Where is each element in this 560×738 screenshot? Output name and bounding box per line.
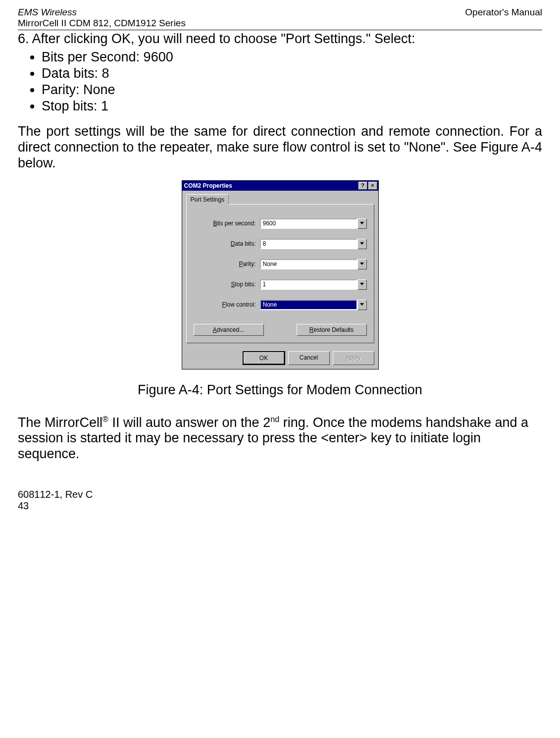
chevron-down-icon[interactable]	[357, 239, 367, 249]
svg-marker-2	[360, 263, 364, 265]
dialog-title: COM2 Properties	[184, 182, 357, 189]
paragraph-port-settings: The port settings will be the same for d…	[18, 124, 542, 171]
help-button[interactable]: ?	[358, 182, 367, 190]
chevron-down-icon[interactable]	[357, 300, 367, 310]
step-6-text: After clicking OK, you will need to choo…	[32, 31, 415, 46]
restore-defaults-button[interactable]: Restore Defaults	[297, 324, 367, 336]
svg-marker-0	[360, 222, 364, 224]
cancel-button[interactable]: Cancel	[288, 351, 330, 365]
label-stop-bits: Stop bits:	[194, 281, 260, 288]
bullet-bps: Bits per Second: 9600	[42, 50, 542, 65]
label-bits-per-second: Bits per second:	[194, 220, 260, 227]
footer-page-number: 43	[18, 500, 542, 512]
combo-parity[interactable]	[260, 259, 367, 269]
svg-marker-3	[360, 283, 364, 285]
dialog-titlebar[interactable]: COM2 Properties ? ×	[182, 181, 378, 191]
chevron-down-icon[interactable]	[357, 279, 367, 290]
tab-port-settings[interactable]: Port Settings	[186, 194, 229, 205]
input-flow-control[interactable]	[260, 300, 357, 310]
page-header: EMS Wireless MirrorCell II CDM 812, CDM1…	[18, 0, 542, 29]
step-6: 6. After clicking OK, you will need to c…	[18, 31, 542, 47]
row-flow-control: Flow control:	[194, 300, 367, 310]
figure-caption: Figure A-4: Port Settings for Modem Conn…	[18, 382, 542, 398]
step-6-num: 6.	[18, 31, 29, 46]
label-data-bits: Data bits:	[194, 240, 260, 247]
hdr-ems: EMS	[18, 7, 41, 17]
row-parity: Parity:	[194, 259, 367, 269]
settings-bullets: Bits per Second: 9600 Data bits: 8 Parit…	[18, 50, 542, 114]
paragraph-mirrorcell: The MirrorCell® II will auto answer on t…	[18, 415, 542, 463]
row-bits-per-second: Bits per second:	[194, 218, 367, 229]
input-stop-bits[interactable]	[260, 279, 357, 290]
bullet-parity: Parity: None	[42, 82, 542, 98]
hdr-model: MirrorCell II CDM 812, CDM1912 Series	[18, 18, 186, 29]
combo-stop-bits[interactable]	[260, 279, 367, 290]
chevron-down-icon[interactable]	[357, 259, 367, 269]
combo-flow-control[interactable]	[260, 300, 367, 310]
hdr-wireless: Wireless	[41, 7, 77, 17]
bullet-stop: Stop bits: 1	[42, 99, 542, 114]
label-flow-control: Flow control:	[194, 301, 260, 308]
row-stop-bits: Stop bits:	[194, 279, 367, 290]
com2-properties-dialog: COM2 Properties ? × Port Settings Bits p…	[182, 180, 379, 369]
bullet-data: Data bits: 8	[42, 66, 542, 81]
combo-bits-per-second[interactable]	[260, 218, 367, 229]
header-rule	[18, 30, 542, 30]
label-parity: Parity:	[194, 261, 260, 267]
apply-button[interactable]: Apply	[333, 351, 374, 365]
chevron-down-icon[interactable]	[357, 218, 367, 229]
svg-marker-4	[360, 303, 364, 306]
input-bits-per-second[interactable]	[260, 218, 357, 229]
hdr-right: Operator's Manual	[465, 7, 542, 29]
page-footer: 608112-1, Rev C 43	[18, 489, 542, 512]
close-button[interactable]: ×	[368, 182, 377, 190]
dialog-bottom-buttons: OK Cancel Apply	[182, 347, 378, 369]
svg-marker-1	[360, 242, 364, 245]
combo-data-bits[interactable]	[260, 239, 367, 249]
footer-rev: 608112-1, Rev C	[18, 489, 542, 500]
input-parity[interactable]	[260, 259, 357, 269]
input-data-bits[interactable]	[260, 239, 357, 249]
advanced-button[interactable]: Advanced...	[194, 324, 264, 336]
ok-button[interactable]: OK	[243, 351, 285, 365]
row-data-bits: Data bits:	[194, 239, 367, 249]
tab-panel: Bits per second: Data bits:	[186, 204, 374, 343]
